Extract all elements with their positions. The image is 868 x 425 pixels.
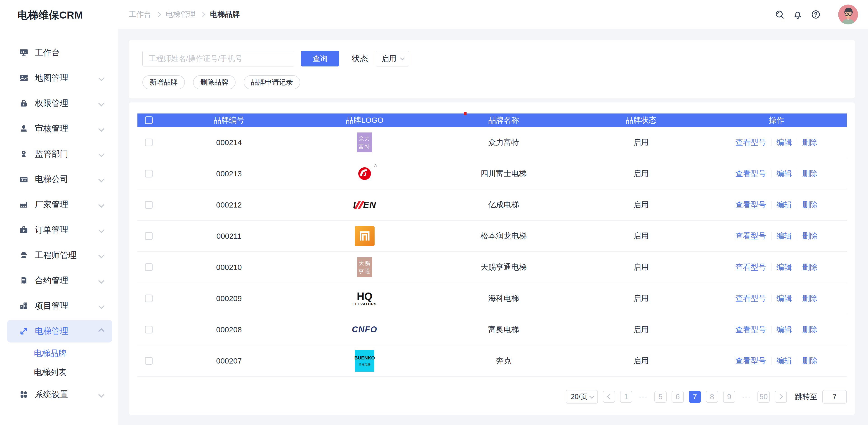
delete-brand-button[interactable]: 删除品牌 — [193, 75, 236, 89]
view-models-link[interactable]: 查看型号 — [735, 200, 766, 210]
page-button-50[interactable]: 50 — [757, 391, 770, 403]
brand-name: 海科电梯 — [431, 293, 576, 304]
songben-runlong-logo — [355, 226, 375, 246]
brand-table: 品牌编号 品牌LOGO 品牌名称 品牌状态 操作 000214 众力 富特 众力… — [137, 114, 847, 376]
status-select[interactable]: 启用 — [376, 51, 409, 66]
row-checkbox[interactable] — [145, 357, 153, 365]
brand-logo: 众力 富特 — [298, 132, 431, 152]
view-models-link[interactable]: 查看型号 — [735, 293, 766, 304]
map-icon — [19, 73, 29, 83]
page-button-5[interactable]: 5 — [654, 391, 666, 403]
edit-link[interactable]: 编辑 — [776, 356, 792, 366]
sidebar-item-elevator-company[interactable]: 电梯公司 — [7, 166, 112, 192]
brand-id: 000209 — [160, 294, 298, 303]
edit-link[interactable]: 编辑 — [776, 137, 792, 148]
page-size-select[interactable]: 20/页 — [566, 390, 598, 403]
edit-link[interactable]: 编辑 — [776, 325, 792, 335]
breadcrumb-workbench[interactable]: 工作台 — [129, 9, 151, 20]
page-button-1[interactable]: 1 — [620, 391, 632, 403]
divider — [771, 326, 772, 333]
row-checkbox[interactable] — [145, 201, 153, 209]
column-header-brand-id: 品牌编号 — [160, 115, 298, 125]
sidebar-item-engineers[interactable]: 工程师管理 — [7, 243, 112, 268]
status-label: 状态 — [352, 53, 368, 64]
edit-link[interactable]: 编辑 — [776, 169, 792, 179]
delete-link[interactable]: 删除 — [802, 231, 817, 241]
next-page-button[interactable] — [775, 391, 787, 403]
delete-link[interactable]: 删除 — [802, 169, 817, 179]
brand-status: 启用 — [576, 200, 706, 210]
sidebar-subitem-elevator-brand[interactable]: 电梯品牌 — [0, 344, 118, 363]
add-brand-button[interactable]: 新增品牌 — [143, 75, 185, 89]
delete-link[interactable]: 删除 — [802, 293, 817, 304]
sidebar-item-system-settings[interactable]: 系统设置 — [7, 382, 112, 407]
red-dot — [464, 112, 467, 115]
sidebar-item-manufacturer[interactable]: 厂家管理 — [7, 192, 112, 217]
chevron-down-icon — [98, 227, 104, 233]
chevron-down-icon — [98, 75, 104, 81]
brand-status: 启用 — [576, 325, 706, 335]
sidebar-item-audit[interactable]: 审核管理 — [7, 116, 112, 141]
avatar[interactable] — [838, 4, 858, 24]
sidebar-item-label: 项目管理 — [35, 300, 68, 311]
edit-link[interactable]: 编辑 — [776, 231, 792, 241]
brand-status: 启用 — [576, 356, 706, 366]
brand-id: 000207 — [160, 357, 298, 365]
cnfo-logo: CNFO — [352, 325, 377, 334]
view-models-link[interactable]: 查看型号 — [735, 137, 766, 148]
sidebar-item-permissions[interactable]: 权限管理 — [7, 91, 112, 116]
bell-icon[interactable] — [793, 9, 803, 20]
edit-link[interactable]: 编辑 — [776, 262, 792, 272]
brand-apply-records-button[interactable]: 品牌申请记录 — [244, 75, 300, 89]
sidebar-item-workbench[interactable]: 工作台 — [7, 40, 112, 65]
row-checkbox[interactable] — [145, 326, 153, 333]
dashboard-icon — [19, 48, 29, 57]
sidebar-item-supervision[interactable]: 监管部门 — [7, 141, 112, 166]
view-models-link[interactable]: 查看型号 — [735, 169, 766, 179]
company-icon — [19, 175, 29, 184]
page-button-6[interactable]: 6 — [672, 391, 684, 403]
edit-link[interactable]: 编辑 — [776, 200, 792, 210]
sidebar-item-map[interactable]: 地图管理 — [7, 65, 112, 91]
view-models-link[interactable]: 查看型号 — [735, 325, 766, 335]
breadcrumb-separator-icon — [156, 12, 161, 17]
page-button-8[interactable]: 8 — [706, 391, 718, 403]
sidebar-item-orders[interactable]: 订单管理 — [7, 217, 112, 243]
brand-status: 启用 — [576, 262, 706, 272]
select-all-checkbox[interactable] — [145, 116, 153, 124]
jump-page-input[interactable] — [822, 390, 847, 403]
pagination-ellipsis: ··· — [740, 393, 752, 401]
delete-link[interactable]: 删除 — [802, 262, 817, 272]
row-checkbox[interactable] — [145, 139, 153, 146]
sichuan-fuji-logo: ® — [355, 164, 374, 183]
row-checkbox[interactable] — [145, 232, 153, 240]
view-models-link[interactable]: 查看型号 — [735, 262, 766, 272]
prev-page-button[interactable] — [603, 391, 615, 403]
sidebar-item-elevator-management[interactable]: 电梯管理 — [7, 320, 112, 342]
sidebar-item-label: 权限管理 — [35, 98, 68, 109]
delete-link[interactable]: 删除 — [802, 137, 817, 148]
help-icon[interactable] — [811, 9, 821, 20]
breadcrumb-current: 电梯品牌 — [210, 9, 240, 20]
row-checkbox[interactable] — [145, 295, 153, 302]
edit-link[interactable]: 编辑 — [776, 293, 792, 304]
view-models-link[interactable]: 查看型号 — [735, 356, 766, 366]
sidebar-item-contracts[interactable]: 合约管理 — [7, 268, 112, 293]
sidebar-item-projects[interactable]: 项目管理 — [7, 293, 112, 318]
sidebar-subitem-elevator-list[interactable]: 电梯列表 — [0, 363, 118, 382]
brand-logo: CNFO — [298, 325, 431, 334]
breadcrumb-elevator-management[interactable]: 电梯管理 — [166, 9, 195, 20]
search-icon[interactable] — [774, 9, 785, 20]
query-button[interactable]: 查询 — [301, 51, 339, 66]
row-checkbox[interactable] — [145, 170, 153, 178]
delete-link[interactable]: 删除 — [802, 200, 817, 210]
column-header-brand-status: 品牌状态 — [576, 115, 706, 125]
search-input[interactable] — [143, 51, 294, 66]
jump-to-label: 跳转至 — [795, 392, 817, 402]
page-button-9[interactable]: 9 — [723, 391, 735, 403]
row-checkbox[interactable] — [145, 263, 153, 271]
page-button-7-active[interactable]: 7 — [689, 391, 701, 403]
view-models-link[interactable]: 查看型号 — [735, 231, 766, 241]
delete-link[interactable]: 删除 — [802, 356, 817, 366]
delete-link[interactable]: 删除 — [802, 325, 817, 335]
